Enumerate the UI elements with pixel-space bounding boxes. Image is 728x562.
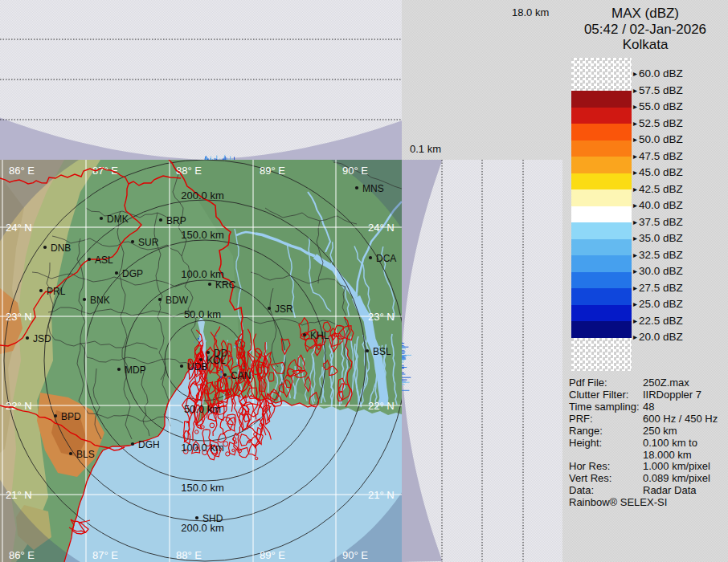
svg-text:200.0 km: 200.0 km [181, 189, 223, 202]
svg-text:ASL: ASL [95, 255, 113, 266]
svg-text:87° E: 87° E [92, 549, 118, 561]
svg-text:100.0 km: 100.0 km [181, 442, 223, 454]
svg-text:DNB: DNB [51, 242, 71, 254]
svg-text:88° E: 88° E [176, 165, 202, 177]
svg-text:86° E: 86° E [9, 549, 35, 561]
svg-text:89° E: 89° E [260, 549, 285, 561]
svg-text:100.0 km: 100.0 km [181, 268, 223, 280]
svg-text:88° E: 88° E [176, 549, 202, 561]
svg-text:150.0 km: 150.0 km [181, 482, 223, 494]
svg-text:89° E: 89° E [260, 165, 285, 177]
svg-text:MNS: MNS [362, 183, 384, 194]
svg-text:200.0 km: 200.0 km [181, 522, 223, 534]
svg-text:24° N: 24° N [368, 222, 395, 234]
svg-text:DMK: DMK [107, 214, 129, 225]
svg-text:21° N: 21° N [6, 489, 32, 501]
svg-text:SUR: SUR [138, 237, 159, 248]
svg-text:CAN: CAN [231, 370, 251, 381]
svg-text:JSD: JSD [33, 333, 51, 344]
svg-text:50.0 km: 50.0 km [184, 403, 221, 415]
svg-text:BNK: BNK [90, 295, 110, 306]
svg-text:DGP: DGP [122, 268, 143, 279]
svg-text:23° N: 23° N [368, 311, 395, 323]
svg-text:DCA: DCA [376, 253, 396, 264]
svg-text:DGH: DGH [138, 439, 160, 450]
svg-text:KRC: KRC [215, 279, 236, 291]
svg-text:BDW: BDW [166, 295, 189, 306]
svg-text:23° N: 23° N [6, 311, 32, 323]
svg-text:50.0 km: 50.0 km [184, 308, 221, 320]
svg-text:KHL: KHL [310, 330, 329, 341]
svg-text:PRL: PRL [47, 286, 66, 297]
svg-text:BSL: BSL [373, 346, 391, 357]
svg-text:BRP: BRP [166, 215, 186, 226]
svg-text:MDP: MDP [125, 364, 146, 376]
svg-text:24° N: 24° N [6, 222, 32, 234]
svg-text:150.0 km: 150.0 km [181, 229, 223, 241]
svg-text:BPD: BPD [61, 411, 81, 422]
svg-text:21° N: 21° N [368, 489, 395, 501]
svg-text:86° E: 86° E [9, 165, 35, 177]
svg-text:90° E: 90° E [342, 165, 368, 177]
svg-text:BLS: BLS [76, 449, 95, 460]
svg-text:90° E: 90° E [342, 549, 368, 561]
svg-text:JSR: JSR [275, 303, 293, 315]
svg-text:KOL: KOL [207, 355, 226, 366]
svg-text:22° N: 22° N [368, 400, 395, 412]
svg-text:UDB: UDB [187, 361, 207, 373]
